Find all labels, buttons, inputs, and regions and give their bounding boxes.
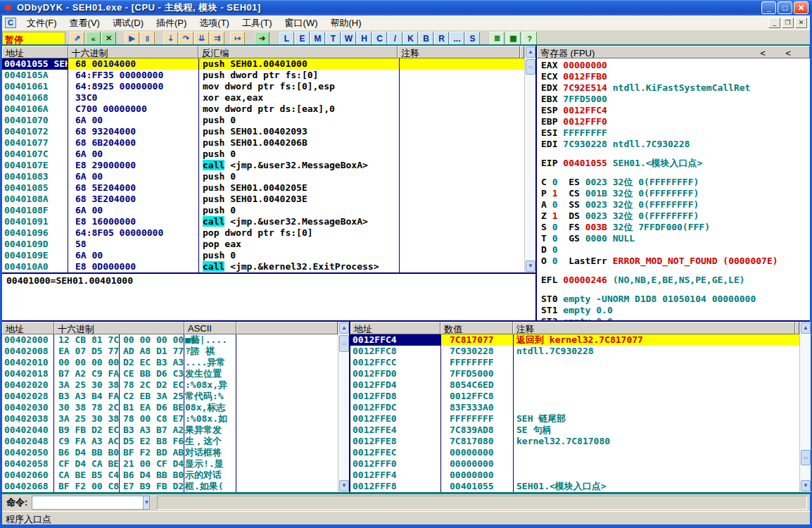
dump-row[interactable]: 00402050B6 D4 BB B0BF F2 BD AB对话框将 [2, 447, 338, 458]
dump-row[interactable]: 00402068BF F2 00 C8E7 B9 FB D2框.如果( [2, 481, 338, 492]
disasm-row[interactable]: 00401055 SEH68 00104000push SEH01.004010… [2, 58, 524, 70]
menu-item[interactable]: 帮助(H) [324, 15, 368, 31]
disasm-row[interactable]: 0040105A64:FF35 00000000push dword ptr f… [2, 70, 524, 81]
mdi-minimize-button[interactable]: _ [768, 18, 780, 28]
registers-collapse-icon[interactable]: < [760, 48, 766, 58]
dump-row[interactable]: 00402008EA 07 D5 77AD A8 D1 77?諮 祺 [2, 346, 338, 357]
appearance-icon[interactable]: ▦ [506, 32, 521, 46]
mdi-close-button[interactable]: ✕ [795, 18, 807, 28]
pause-icon[interactable]: ‖ [140, 32, 155, 46]
scroll-up-icon[interactable]: ▲ [526, 46, 535, 58]
stack-row[interactable]: 0012FFF400000000 [350, 470, 799, 481]
stack-row[interactable]: 0012FFEC00000000 [350, 447, 799, 458]
stack-row[interactable]: 0012FFD07FFD5000 [350, 368, 799, 379]
dump-scroll-thumb[interactable] [339, 335, 349, 352]
registers-collapse2-icon[interactable]: < [785, 48, 791, 58]
view-cpu-button[interactable]: C [372, 32, 387, 46]
disasm-row[interactable]: 0040108A68 3E204000push SEH01.0040203E [2, 194, 524, 205]
menu-item[interactable]: 调试(D) [106, 15, 150, 31]
command-input[interactable] [32, 496, 143, 509]
disasm-row[interactable]: 0040107EE8 29000000call <jmp.&user32.Mes… [2, 160, 524, 171]
stack-row[interactable]: 0012FFCCFFFFFFFF [350, 357, 799, 368]
help-icon[interactable]: ? [522, 32, 537, 46]
menu-item[interactable]: 文件(F) [20, 15, 63, 31]
disasm-row[interactable]: 0040107268 93204000push SEH01.00402093 [2, 126, 524, 137]
cpu-window-icon[interactable]: C [5, 18, 16, 28]
close-program-icon[interactable]: ✕ [101, 32, 116, 46]
dump-row[interactable]: 00402048C9 FA A3 ACD5 E2 B8 F6生，这个 [2, 436, 338, 447]
disasm-row[interactable]: 0040106AC700 00000000mov dword ptr ds:[e… [2, 103, 524, 115]
dump-row[interactable]: 0040200012 CB 81 7C00 00 00 00■藝|.... [2, 334, 338, 346]
stack-row[interactable]: 0012FFF000000000 [350, 458, 799, 470]
dump-row[interactable]: 00402028B3 A3 B4 FAC2 EB 3A 25常代码:% [2, 391, 338, 402]
dump-row[interactable]: 00402058CF D4 CA BE21 00 CF D4显示!.显 [2, 458, 338, 470]
view-source-button[interactable]: S [465, 32, 480, 46]
disasm-row[interactable]: 0040109D58pop eax [2, 239, 524, 250]
menu-item[interactable]: 工具(T) [236, 15, 279, 31]
view-patches-button[interactable]: / [388, 32, 402, 46]
disasm-row[interactable]: 004010836A 00push 0 [2, 171, 524, 182]
animate-over-icon[interactable]: ⇉ [210, 32, 224, 46]
stack-row[interactable]: 0012FFE0FFFFFFFFSEH 链尾部 [350, 413, 799, 425]
view-threads-button[interactable]: T [326, 32, 341, 46]
disasm-scroll-thumb[interactable] [526, 59, 535, 75]
disasm-row[interactable]: 0040106833C0xor eax,eax [2, 92, 524, 103]
dump-row[interactable]: 0040201000 00 00 00D2 EC B3 A3....异常 [2, 357, 338, 368]
dump-row[interactable]: 00402040B9 FB D2 ECB3 A3 B7 A2果异常发 [2, 425, 338, 436]
disasm-row[interactable]: 004010706A 00push 0 [2, 115, 524, 126]
minimize-button[interactable]: _ [761, 1, 776, 14]
scroll-up-icon[interactable]: ▲ [801, 322, 811, 334]
disasm-row[interactable]: 0040107C6A 00push 0 [2, 149, 524, 160]
view-windows-button[interactable]: W [341, 32, 356, 46]
stack-row[interactable]: 0012FFDC83F333A0 [350, 402, 799, 413]
step-into-icon[interactable]: ⇣ [163, 32, 178, 46]
dump-row[interactable]: 0040203030 38 78 2CB1 EA D6 BE08x,标志 [2, 402, 338, 413]
disasm-row[interactable]: 00401091E8 16000000call <jmp.&user32.Mes… [2, 216, 524, 227]
stack-row[interactable]: 0012FFC47C817077返回到 kernel32.7C817077 [350, 334, 799, 346]
view-callstack-button[interactable]: K [403, 32, 418, 46]
disasm-row[interactable]: 0040109664:8F05 00000000pop dword ptr fs… [2, 227, 524, 239]
scroll-down-icon[interactable]: ▼ [526, 260, 535, 272]
maximize-button[interactable]: □ [778, 1, 792, 14]
animate-into-icon[interactable]: ⇊ [194, 32, 209, 46]
disasm-row[interactable]: 0040109E6A 00push 0 [2, 250, 524, 261]
stack-scrollbar[interactable]: ▲ ▼ [799, 322, 811, 492]
menu-item[interactable]: 选项(T) [193, 15, 236, 31]
disasm-row[interactable]: 0040108F6A 00push 0 [2, 205, 524, 216]
exec-till-return-icon[interactable]: ↦ [230, 32, 245, 46]
stack-row[interactable]: 0012FFE47C839AD8SE 句柄 [350, 425, 799, 436]
stack-row[interactable]: 0012FFD80012FFC8 [350, 391, 799, 402]
view-executables-button[interactable]: E [295, 32, 310, 46]
goto-address-icon[interactable]: ➜ [255, 32, 269, 46]
view-memory-button[interactable]: M [310, 32, 325, 46]
disasm-row[interactable]: 0040108568 5E204000push SEH01.0040205E [2, 182, 524, 194]
dump-row[interactable]: 00402060CA BE B5 C4B6 D4 BB B0示的对话 [2, 470, 338, 481]
stack-row[interactable]: 0012FFD48054C6ED [350, 379, 799, 391]
dump-row[interactable]: 00402018B7 A2 C9 FACE BB D6 C3发生位置 [2, 368, 338, 379]
view-handles-button[interactable]: H [357, 32, 372, 46]
menu-item[interactable]: 窗口(W) [279, 15, 324, 31]
command-combobox[interactable]: ▼ [32, 496, 150, 510]
menu-item[interactable]: 查看(V) [63, 15, 106, 31]
dump-scrollbar[interactable]: ▲ ▼ [338, 322, 349, 492]
scroll-down-icon[interactable]: ▼ [339, 480, 349, 491]
stack-row[interactable]: 0012FFC87C930228ntdll.7C930228 [350, 346, 799, 357]
view-runtrace-button[interactable]: ... [450, 32, 464, 46]
menu-item[interactable]: 插件(P) [150, 15, 193, 31]
stack-row[interactable]: 0012FFF800401055SEH01.<模块入口点> [350, 481, 799, 492]
disasm-scrollbar[interactable]: ▲ ▼ [524, 46, 535, 272]
close-button[interactable]: ✕ [794, 1, 808, 14]
stack-row[interactable]: 0012FFE87C817080kernel32.7C817080 [350, 436, 799, 447]
options-list-icon[interactable]: ≣ [490, 32, 505, 46]
disasm-row[interactable]: 0040106164:8925 00000000mov dword ptr fs… [2, 81, 524, 92]
view-breakpoints-button[interactable]: B [419, 32, 433, 46]
mdi-restore-button[interactable]: ❐ [782, 18, 794, 28]
scroll-down-icon[interactable]: ▼ [801, 480, 811, 491]
view-references-button[interactable]: R [434, 32, 449, 46]
disasm-row[interactable]: 0040107768 6B204000push SEH01.0040206B [2, 137, 524, 149]
restart-icon[interactable]: « [86, 32, 101, 46]
step-over-icon[interactable]: ↷ [179, 32, 194, 46]
scroll-up-icon[interactable]: ▲ [339, 322, 349, 334]
disasm-row[interactable]: 004010A0E8 0D000000call <jmp.&kernel32.E… [2, 261, 524, 272]
stack-scroll-thumb[interactable] [801, 450, 811, 465]
